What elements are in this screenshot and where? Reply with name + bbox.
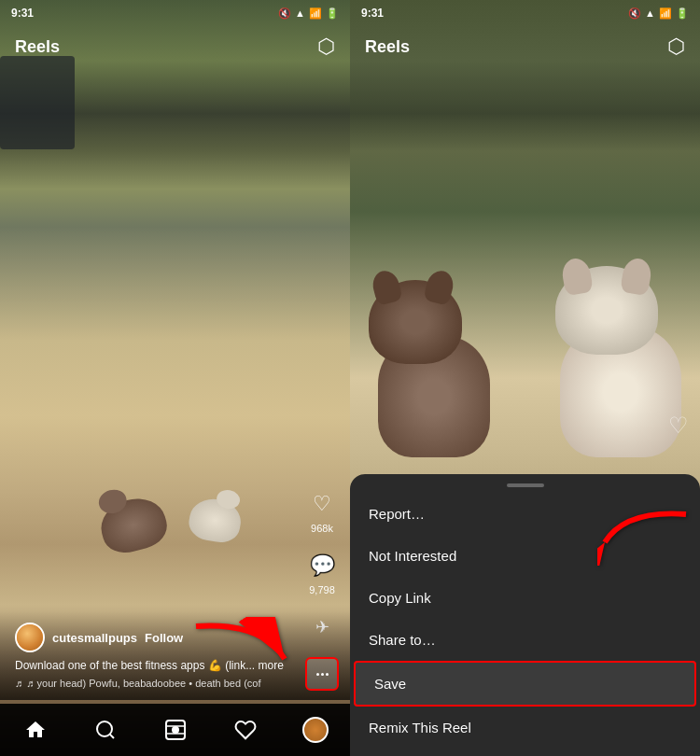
comments-count: 9,798 — [309, 584, 335, 595]
heart-icon: ♡ — [305, 487, 339, 521]
right-dogs — [350, 75, 700, 476]
comment-button[interactable]: 💬 9,798 — [305, 549, 339, 595]
left-reels-title: Reels — [15, 37, 60, 57]
network-icon: 📶 — [309, 7, 322, 20]
sheet-item-share-to[interactable]: Share to… — [350, 619, 700, 661]
left-time: 9:31 — [11, 7, 34, 20]
left-camera-icon[interactable]: ⬡ — [317, 35, 335, 59]
avatar-image — [17, 624, 43, 651]
left-status-icons: 🔇 ▲ 📶 🔋 — [278, 7, 339, 20]
dots-icon — [316, 673, 329, 676]
right-heart-icon: ♡ — [668, 413, 689, 439]
dog-shape-2 — [186, 496, 244, 546]
nav-reels[interactable] — [155, 709, 196, 750]
dog-shape-1 — [95, 492, 172, 558]
right-panel: 9:31 🔇 ▲ 📶 🔋 Reels ⬡ ♡ Report… Not Inter… — [350, 0, 700, 756]
left-top-bar: Reels ⬡ — [0, 26, 350, 67]
dog-left-head — [369, 280, 462, 364]
right-camera-icon[interactable]: ⬡ — [667, 35, 685, 59]
likes-count: 968k — [311, 523, 333, 534]
dog-right-head — [555, 266, 658, 355]
wifi-icon: ▲ — [295, 7, 305, 19]
dog-right-ear-l — [560, 257, 594, 297]
red-arrow-left — [187, 617, 299, 695]
big-dog-left — [359, 271, 509, 457]
right-reels-title: Reels — [365, 37, 410, 57]
right-status-bar: 9:31 🔇 ▲ 📶 🔋 — [350, 0, 700, 26]
signal-icon: 🔇 — [278, 7, 291, 20]
right-signal-icon: 🔇 — [628, 7, 641, 20]
share-to-label: Share to… — [369, 632, 436, 648]
red-arrow-right — [597, 500, 691, 569]
nav-profile[interactable] — [295, 709, 336, 750]
remix-label: Remix This Reel — [369, 720, 471, 735]
svg-point-1 — [97, 721, 112, 736]
svg-point-4 — [172, 726, 179, 734]
nav-heart[interactable] — [225, 709, 266, 750]
right-top-bar: Reels ⬡ — [350, 26, 700, 67]
sheet-item-save[interactable]: Save — [354, 661, 696, 707]
not-interested-label: Not Interested — [369, 548, 456, 564]
comment-icon: 💬 — [305, 549, 339, 582]
report-label: Report… — [369, 506, 425, 522]
left-dogs — [82, 439, 269, 551]
like-button[interactable]: ♡ 968k — [305, 487, 339, 534]
nav-search[interactable] — [85, 709, 126, 750]
svg-line-2 — [109, 735, 113, 738]
sheet-handle — [507, 483, 544, 487]
music-note: ♬ — [15, 678, 22, 689]
nav-home[interactable] — [15, 709, 56, 750]
dog-left-ear-l — [370, 268, 403, 306]
right-time: 9:31 — [361, 7, 384, 20]
more-options-button[interactable] — [305, 657, 339, 691]
bottom-nav — [0, 704, 350, 756]
save-label: Save — [374, 676, 406, 692]
left-panel: 9:31 🔇 ▲ 📶 🔋 Reels ⬡ ♡ 968k 💬 9,798 ✈ — [0, 0, 350, 756]
battery-icon: 🔋 — [326, 7, 339, 20]
follow-button[interactable]: Follow — [145, 631, 183, 645]
dog-right-ear-r — [620, 257, 653, 297]
left-status-bar: 9:31 🔇 ▲ 📶 🔋 — [0, 0, 350, 26]
car-shape — [0, 56, 75, 149]
right-status-icons: 🔇 ▲ 📶 🔋 — [628, 7, 689, 20]
right-wifi-icon: ▲ — [645, 7, 655, 19]
username[interactable]: cutesmallpups — [52, 631, 137, 645]
sheet-item-copy-link[interactable]: Copy Link — [350, 577, 700, 619]
right-network-icon: 📶 — [659, 7, 672, 20]
user-avatar — [15, 623, 45, 652]
right-battery-icon: 🔋 — [676, 7, 689, 20]
dog-left-ear-r — [423, 268, 456, 306]
sheet-item-remix[interactable]: Remix This Reel — [350, 707, 700, 749]
copy-link-label: Copy Link — [369, 590, 431, 606]
